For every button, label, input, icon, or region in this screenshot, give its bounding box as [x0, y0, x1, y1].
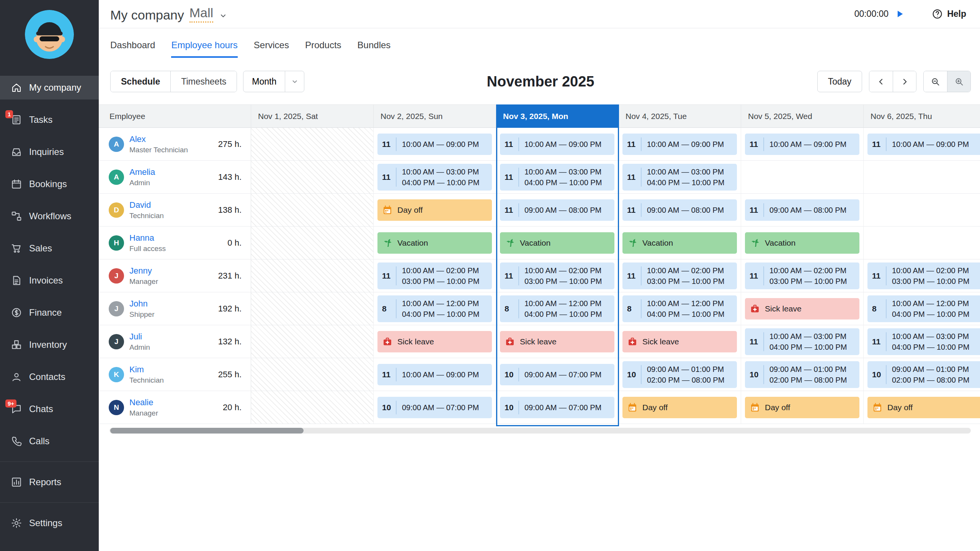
shift-chip[interactable]: 810:00 AM — 12:00 PM04:00 PM — 10:00 PM [500, 295, 614, 322]
day-header-2[interactable]: Nov 2, 2025, Sun [374, 105, 496, 128]
shift-chip[interactable]: 1110:00 AM — 09:00 PM [500, 134, 614, 155]
sidebar-item-reports[interactable]: Reports [0, 470, 99, 494]
schedule-cell[interactable] [251, 292, 374, 325]
schedule-cell[interactable]: Sick leave [619, 325, 741, 358]
user-avatar[interactable] [25, 10, 74, 59]
sidebar-item-calls[interactable]: Calls [0, 429, 99, 453]
period-dropdown[interactable]: Month [243, 71, 304, 92]
schedule-cell[interactable] [251, 325, 374, 358]
schedule-cell[interactable]: 810:00 AM — 12:00 PM04:00 PM — 10:00 PM [496, 292, 619, 325]
schedule-cell[interactable]: Day off [741, 391, 864, 424]
schedule-cell[interactable]: Day off [864, 391, 980, 424]
day-off-chip[interactable]: Day off [622, 397, 737, 418]
sidebar-item-contacts[interactable]: Contacts [0, 365, 99, 389]
schedule-cell[interactable]: 1110:00 AM — 09:00 PM [496, 128, 619, 161]
schedule-cell[interactable]: 1110:00 AM — 02:00 PM03:00 PM — 10:00 PM [741, 259, 864, 292]
next-button[interactable] [893, 71, 916, 92]
schedule-cell[interactable] [251, 128, 374, 161]
shift-chip[interactable]: 810:00 AM — 12:00 PM04:00 PM — 10:00 PM [867, 295, 980, 322]
shift-chip[interactable]: 810:00 AM — 12:00 PM04:00 PM — 10:00 PM [622, 295, 737, 322]
schedule-cell[interactable]: 1109:00 AM — 08:00 PM [741, 194, 864, 227]
schedule-cell[interactable]: Vacation [374, 227, 496, 259]
schedule-cell[interactable]: 1009:00 AM — 07:00 PM [374, 391, 496, 424]
shift-chip[interactable]: 1110:00 AM — 02:00 PM03:00 PM — 10:00 PM [500, 262, 614, 289]
day-header-1[interactable]: Nov 1, 2025, Sat [251, 105, 374, 128]
schedule-cell[interactable]: 1110:00 AM — 03:00 PM04:00 PM — 10:00 PM [864, 325, 980, 358]
shift-chip[interactable]: 1110:00 AM — 03:00 PM04:00 PM — 10:00 PM [377, 164, 492, 191]
shift-chip[interactable]: 1110:00 AM — 03:00 PM04:00 PM — 10:00 PM [622, 164, 737, 191]
shift-chip[interactable]: 1110:00 AM — 03:00 PM04:00 PM — 10:00 PM [500, 164, 614, 191]
vacation-chip[interactable]: Vacation [622, 232, 737, 254]
sidebar-item-finance[interactable]: Finance [0, 301, 99, 324]
shift-chip[interactable]: 1009:00 AM — 07:00 PM [500, 364, 614, 385]
shift-chip[interactable]: 1110:00 AM — 09:00 PM [377, 364, 492, 385]
schedule-cell[interactable] [741, 161, 864, 194]
schedule-cell[interactable]: 1110:00 AM — 09:00 PM [619, 128, 741, 161]
schedule-cell[interactable]: 1110:00 AM — 09:00 PM [864, 128, 980, 161]
shift-chip[interactable]: 1110:00 AM — 02:00 PM03:00 PM — 10:00 PM [622, 262, 737, 289]
schedule-cell[interactable]: 1009:00 AM — 01:00 PM02:00 PM — 08:00 PM [619, 358, 741, 391]
day-off-chip[interactable]: Day off [745, 397, 859, 418]
schedule-cell[interactable] [864, 194, 980, 227]
day-header-4[interactable]: Nov 4, 2025, Tue [619, 105, 741, 128]
scrollbar-thumb[interactable] [110, 428, 304, 434]
schedule-cell[interactable]: Sick leave [496, 325, 619, 358]
timer-play-button[interactable] [895, 9, 905, 19]
shift-chip[interactable]: 1110:00 AM — 03:00 PM04:00 PM — 10:00 PM [745, 328, 859, 355]
vacation-chip[interactable]: Vacation [500, 232, 614, 254]
schedule-cell[interactable]: 810:00 AM — 12:00 PM04:00 PM — 10:00 PM [374, 292, 496, 325]
view-schedule-button[interactable]: Schedule [111, 71, 170, 92]
schedule-cell[interactable]: Day off [374, 194, 496, 227]
employee-name-link[interactable]: Jenny [129, 266, 213, 276]
employee-name-link[interactable]: Hanna [129, 233, 222, 243]
shift-chip[interactable]: 1009:00 AM — 01:00 PM02:00 PM — 08:00 PM [867, 361, 980, 388]
day-off-chip[interactable]: Day off [867, 397, 980, 418]
zoom-out-button[interactable] [924, 71, 947, 92]
today-button[interactable]: Today [817, 71, 862, 92]
shift-chip[interactable]: 1110:00 AM — 02:00 PM03:00 PM — 10:00 PM [867, 262, 980, 289]
schedule-cell[interactable]: Sick leave [741, 292, 864, 325]
sidebar-item-workflows[interactable]: Workflows [0, 204, 99, 228]
shift-chip[interactable]: 1110:00 AM — 09:00 PM [622, 134, 737, 155]
sidebar-item-tasks[interactable]: 1Tasks [0, 108, 99, 132]
schedule-cell[interactable]: 1110:00 AM — 09:00 PM [741, 128, 864, 161]
employee-name-link[interactable]: David [129, 200, 213, 210]
tab-dashboard[interactable]: Dashboard [110, 40, 155, 58]
sick-leave-chip[interactable]: Sick leave [622, 331, 737, 352]
sidebar-item-settings[interactable]: Settings [0, 511, 99, 535]
vacation-chip[interactable]: Vacation [745, 232, 859, 254]
shift-chip[interactable]: 1009:00 AM — 01:00 PM02:00 PM — 08:00 PM [745, 361, 859, 388]
schedule-cell[interactable]: 1110:00 AM — 09:00 PM [374, 358, 496, 391]
shift-chip[interactable]: 1009:00 AM — 01:00 PM02:00 PM — 08:00 PM [622, 361, 737, 388]
schedule-cell[interactable]: Day off [619, 391, 741, 424]
shift-chip[interactable]: 1109:00 AM — 08:00 PM [500, 199, 614, 221]
employee-name-link[interactable]: Amelia [129, 167, 213, 177]
tab-employee-hours[interactable]: Employee hours [171, 40, 237, 58]
schedule-cell[interactable]: 1009:00 AM — 01:00 PM02:00 PM — 08:00 PM [864, 358, 980, 391]
sidebar-item-sales[interactable]: Sales [0, 236, 99, 260]
employee-name-link[interactable]: Kim [129, 365, 213, 375]
shift-chip[interactable]: 810:00 AM — 12:00 PM04:00 PM — 10:00 PM [377, 295, 492, 322]
tab-services[interactable]: Services [254, 40, 289, 58]
day-header-6[interactable]: Nov 6, 2025, Thu [864, 105, 980, 128]
day-header-3[interactable]: Nov 3, 2025, Mon [496, 105, 619, 128]
schedule-cell[interactable] [251, 391, 374, 424]
schedule-cell[interactable]: 1110:00 AM — 09:00 PM [374, 128, 496, 161]
schedule-cell[interactable] [251, 259, 374, 292]
sidebar-item-bookings[interactable]: Bookings [0, 172, 99, 196]
schedule-cell[interactable]: 1009:00 AM — 07:00 PM [496, 391, 619, 424]
sidebar-item-inventory[interactable]: Inventory [0, 333, 99, 357]
schedule-cell[interactable]: Vacation [496, 227, 619, 259]
schedule-cell[interactable] [251, 358, 374, 391]
tab-products[interactable]: Products [305, 40, 341, 58]
schedule-cell[interactable] [251, 227, 374, 259]
sick-leave-chip[interactable]: Sick leave [500, 331, 614, 352]
view-timesheets-button[interactable]: Timesheets [170, 71, 237, 92]
employee-name-link[interactable]: Alex [129, 134, 213, 144]
employee-name-link[interactable]: John [129, 299, 213, 309]
shift-chip[interactable]: 1009:00 AM — 07:00 PM [500, 397, 614, 418]
sick-leave-chip[interactable]: Sick leave [377, 331, 492, 352]
shift-chip[interactable]: 1110:00 AM — 09:00 PM [867, 134, 980, 155]
employee-name-link[interactable]: Juli [129, 332, 213, 342]
schedule-cell[interactable]: 1110:00 AM — 03:00 PM04:00 PM — 10:00 PM [619, 161, 741, 194]
